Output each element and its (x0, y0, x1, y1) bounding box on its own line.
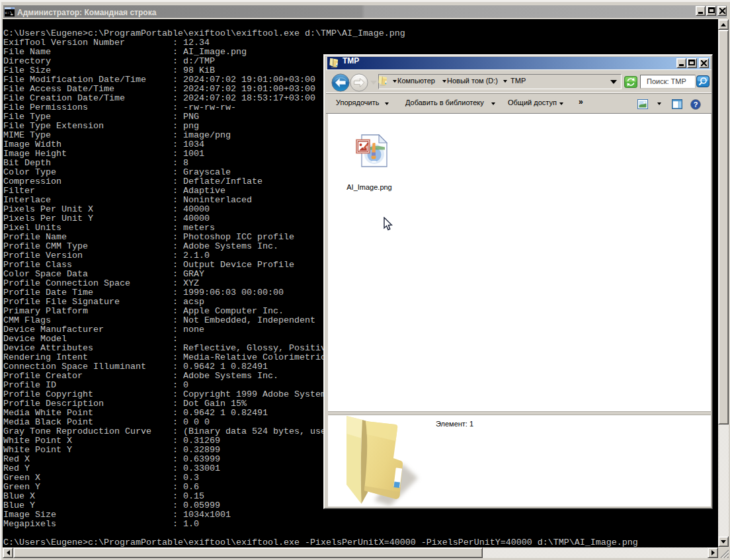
svg-text:?: ? (694, 100, 698, 108)
